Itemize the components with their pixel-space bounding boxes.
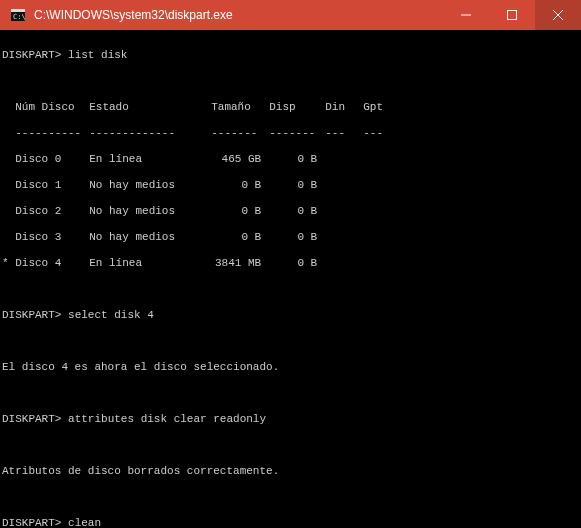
svg-text:C:\: C:\ — [13, 13, 25, 21]
output-line: DISKPART> attributes disk clear readonly — [2, 413, 577, 426]
blank — [2, 439, 577, 452]
disk-row: Disco 3No hay medios0 B0 B — [2, 231, 577, 244]
output-line: DISKPART> clean — [2, 517, 577, 528]
blank — [2, 491, 577, 504]
blank — [2, 387, 577, 400]
disk-row: Disco 0En línea465 GB0 B — [2, 153, 577, 166]
titlebar[interactable]: C:\ C:\WINDOWS\system32\diskpart.exe — [0, 0, 581, 30]
disk-row: Disco 2No hay medios0 B0 B — [2, 205, 577, 218]
blank — [2, 75, 577, 88]
terminal-output[interactable]: DISKPART> list disk Núm DiscoEstadoTamañ… — [0, 30, 581, 528]
minimize-button[interactable] — [443, 0, 489, 30]
cmd-icon: C:\ — [10, 7, 26, 23]
blank — [2, 283, 577, 296]
svg-rect-4 — [508, 11, 517, 20]
output-line: DISKPART> list disk — [2, 49, 577, 62]
svg-rect-1 — [11, 9, 25, 12]
output-line: Atributos de disco borrados correctament… — [2, 465, 577, 478]
output-line: El disco 4 es ahora el disco seleccionad… — [2, 361, 577, 374]
output-line: DISKPART> select disk 4 — [2, 309, 577, 322]
close-button[interactable] — [535, 0, 581, 30]
blank — [2, 335, 577, 348]
app-window: C:\ C:\WINDOWS\system32\diskpart.exe DIS… — [0, 0, 581, 528]
disk-row: Disco 1No hay medios0 B0 B — [2, 179, 577, 192]
disk-sep: ----------------------------------------… — [2, 127, 577, 140]
disk-row: * Disco 4En línea3841 MB0 B — [2, 257, 577, 270]
window-controls — [443, 0, 581, 30]
window-title: C:\WINDOWS\system32\diskpart.exe — [34, 8, 443, 22]
disk-header: Núm DiscoEstadoTamañoDispDinGpt — [2, 101, 577, 114]
maximize-button[interactable] — [489, 0, 535, 30]
